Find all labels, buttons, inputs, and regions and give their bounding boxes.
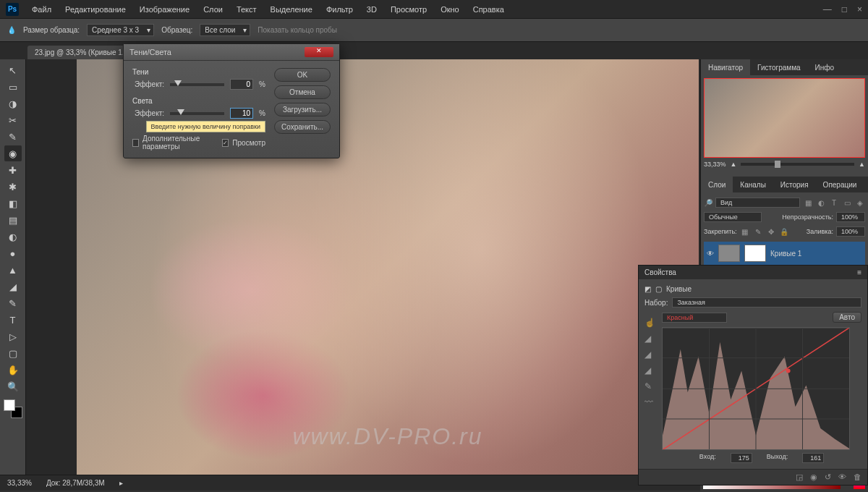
- save-button[interactable]: Сохранить...: [274, 120, 331, 134]
- fill-input[interactable]: 100%: [836, 226, 865, 237]
- view-previous-icon[interactable]: ◉: [810, 472, 817, 482]
- maximize-button[interactable]: □: [842, 4, 847, 14]
- gradient-tool[interactable]: ●: [4, 245, 22, 261]
- crop-tool[interactable]: ✂: [4, 112, 22, 128]
- delete-adjustment-icon[interactable]: 🗑: [854, 472, 861, 482]
- layer-thumbnail[interactable]: [718, 245, 740, 262]
- lock-all-icon[interactable]: 🔒: [779, 226, 789, 237]
- preset-dropdown[interactable]: Заказная: [672, 297, 861, 308]
- highlights-value-input[interactable]: [230, 108, 253, 119]
- minimize-button[interactable]: —: [823, 4, 832, 14]
- zoom-tool[interactable]: 🔍: [4, 378, 22, 394]
- menu-image[interactable]: Изображение: [134, 2, 195, 17]
- path-tool[interactable]: ▷: [4, 328, 22, 344]
- eraser-tool[interactable]: ◐: [4, 229, 22, 245]
- sample-size-dropdown[interactable]: Среднее 3 x 3: [87, 24, 154, 36]
- edit-points-icon[interactable]: ✎: [644, 381, 659, 391]
- menu-window[interactable]: Окно: [435, 2, 465, 17]
- lasso-tool[interactable]: ◑: [4, 96, 22, 111]
- filter-shape-icon[interactable]: ▭: [842, 198, 852, 208]
- lock-transparent-icon[interactable]: ▦: [740, 226, 750, 237]
- cancel-button[interactable]: Отмена: [274, 85, 331, 99]
- brush-tool[interactable]: ✱: [4, 179, 22, 195]
- menu-edit[interactable]: Редактирование: [59, 2, 132, 17]
- zoom-in-icon[interactable]: ▲: [859, 161, 865, 168]
- zoom-out-icon[interactable]: ▲: [731, 161, 737, 168]
- draw-curve-icon[interactable]: 〰: [644, 397, 659, 407]
- tab-histogram[interactable]: Гистограмма: [750, 59, 808, 75]
- visibility-toggle-icon[interactable]: 👁: [838, 472, 846, 482]
- layer-mask-thumbnail[interactable]: [744, 245, 766, 262]
- status-zoom[interactable]: 33,33%: [7, 479, 32, 487]
- curves-output-value[interactable]: [802, 453, 824, 463]
- opacity-input[interactable]: 100%: [836, 212, 865, 222]
- dialog-close-button[interactable]: ✕: [305, 47, 333, 57]
- curves-input-value[interactable]: [731, 453, 752, 463]
- more-options-checkbox[interactable]: [132, 139, 139, 147]
- tab-navigator[interactable]: Навигатор: [701, 59, 750, 75]
- type-tool[interactable]: T: [4, 312, 22, 328]
- frame-tool[interactable]: ✎: [4, 129, 22, 145]
- status-doc-size[interactable]: Док: 28,7M/38,3M: [46, 479, 105, 487]
- sample-white-icon[interactable]: ◢: [644, 365, 659, 376]
- highlights-slider[interactable]: [170, 112, 224, 115]
- filter-type-icon[interactable]: T: [829, 198, 839, 208]
- tab-info[interactable]: Инфо: [808, 59, 842, 75]
- panel-menu-icon[interactable]: ≡: [857, 268, 861, 276]
- foreground-color-swatch[interactable]: [4, 399, 15, 411]
- tab-actions[interactable]: Операции: [816, 177, 864, 192]
- blur-tool[interactable]: ▲: [4, 262, 22, 278]
- menu-text[interactable]: Текст: [231, 2, 263, 17]
- layer-row[interactable]: 👁 Кривые 1: [704, 242, 865, 265]
- stamp-tool[interactable]: ◧: [4, 195, 22, 211]
- layer-name[interactable]: Кривые 1: [770, 250, 801, 258]
- preview-checkbox[interactable]: ✓: [222, 139, 229, 147]
- shadows-value-input[interactable]: [230, 79, 253, 90]
- navigator-preview[interactable]: [704, 78, 865, 158]
- auto-button[interactable]: Авто: [833, 312, 861, 323]
- sample-black-icon[interactable]: ◢: [644, 334, 659, 344]
- menu-filter[interactable]: Фильтр: [320, 2, 359, 17]
- close-button[interactable]: ×: [857, 4, 862, 14]
- sample-gray-icon[interactable]: ◢: [644, 349, 659, 360]
- channel-dropdown[interactable]: Красный: [662, 313, 727, 323]
- search-icon[interactable]: 🔎: [704, 199, 712, 207]
- menu-select[interactable]: Выделение: [265, 2, 318, 17]
- shadows-highlights-dialog[interactable]: Тени/Света ✕ Тени Эффект: % Света Эффект…: [123, 43, 340, 158]
- targeted-adjust-icon[interactable]: ☝: [644, 318, 659, 328]
- clip-icon[interactable]: ◲: [796, 472, 803, 482]
- filter-adjust-icon[interactable]: ◐: [816, 198, 826, 208]
- tab-history[interactable]: История: [773, 177, 816, 192]
- sample-dropdown[interactable]: Все слои: [200, 24, 250, 36]
- menu-file[interactable]: Файл: [26, 2, 57, 17]
- tab-channels[interactable]: Каналы: [733, 177, 773, 192]
- status-chevron-icon[interactable]: ▸: [119, 479, 123, 487]
- tab-layers[interactable]: Слои: [701, 177, 733, 192]
- properties-tab[interactable]: Свойства: [644, 268, 676, 276]
- properties-panel[interactable]: Свойства ≡ ◩ ▢ Кривые Набор: Заказная ☝ …: [638, 265, 868, 485]
- history-brush-tool[interactable]: ▤: [4, 212, 22, 228]
- shape-tool[interactable]: ▢: [4, 345, 22, 361]
- filter-pixel-icon[interactable]: ▦: [803, 198, 813, 208]
- marquee-tool[interactable]: ▭: [4, 79, 22, 95]
- lock-position-icon[interactable]: ✥: [766, 226, 776, 237]
- menu-layer[interactable]: Слои: [197, 2, 229, 17]
- shadows-slider[interactable]: [170, 83, 224, 86]
- dodge-tool[interactable]: ◢: [4, 279, 22, 294]
- blend-mode-dropdown[interactable]: Обычные: [704, 212, 762, 222]
- hand-tool[interactable]: ✋: [4, 362, 22, 378]
- visibility-icon[interactable]: 👁: [707, 250, 714, 258]
- load-button[interactable]: Загрузить...: [274, 103, 331, 116]
- healing-tool[interactable]: ✚: [4, 162, 22, 178]
- menu-help[interactable]: Справка: [467, 2, 510, 17]
- layer-filter-dropdown[interactable]: Вид: [715, 198, 800, 208]
- navigator-zoom-slider[interactable]: [741, 163, 854, 166]
- pen-tool[interactable]: ✎: [4, 295, 22, 311]
- reset-icon[interactable]: ↺: [825, 472, 831, 482]
- move-tool[interactable]: ↖: [4, 62, 22, 78]
- color-swatches[interactable]: [4, 399, 22, 418]
- menu-3d[interactable]: 3D: [361, 2, 383, 17]
- filter-smart-icon[interactable]: ◈: [855, 198, 865, 208]
- eyedropper-tool[interactable]: ◉: [4, 145, 22, 161]
- ok-button[interactable]: OK: [274, 68, 331, 82]
